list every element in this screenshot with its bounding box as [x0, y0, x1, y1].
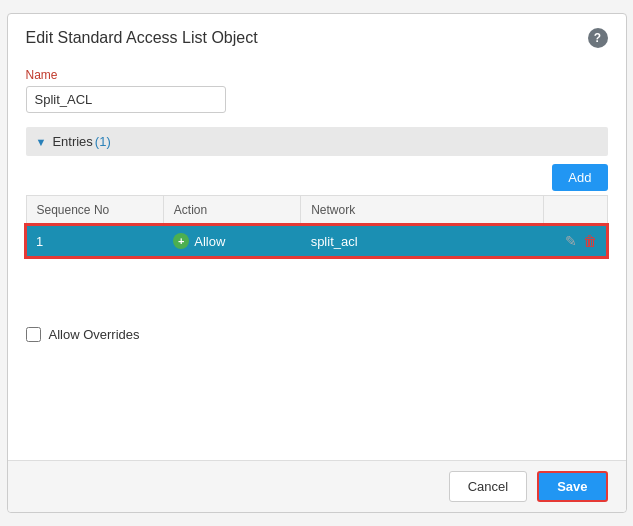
allow-overrides-label: Allow Overrides: [49, 327, 140, 342]
allow-icon-wrapper: + Allow: [173, 233, 225, 249]
col-header-action: Action: [163, 196, 300, 225]
delete-icon[interactable]: 🗑: [583, 233, 597, 249]
cell-action: + Allow: [163, 225, 300, 258]
entries-count: (1): [95, 134, 111, 149]
dialog-header: Edit Standard Access List Object ?: [8, 14, 626, 58]
cell-network: split_acl: [301, 225, 544, 258]
name-input[interactable]: [26, 86, 226, 113]
dialog-title: Edit Standard Access List Object: [26, 29, 258, 47]
action-label: Allow: [194, 234, 225, 249]
table-row[interactable]: 1 + Allow split_acl ✎ 🗑: [26, 225, 607, 258]
table-toolbar: Add: [26, 156, 608, 195]
allow-overrides-section: Allow Overrides: [26, 317, 608, 352]
entries-table: Sequence No Action Network 1 + Allow: [26, 195, 608, 257]
col-header-seq: Sequence No: [26, 196, 163, 225]
edit-icon[interactable]: ✎: [565, 233, 577, 249]
entries-section: ▼ Entries (1) Add Sequence No Action Net…: [26, 127, 608, 257]
dialog-footer: Cancel Save: [8, 460, 626, 512]
cell-seq: 1: [26, 225, 163, 258]
cancel-button[interactable]: Cancel: [449, 471, 527, 502]
add-button[interactable]: Add: [552, 164, 607, 191]
row-actions: ✎ 🗑: [554, 233, 597, 249]
table-header-row: Sequence No Action Network: [26, 196, 607, 225]
edit-dialog: Edit Standard Access List Object ? Name …: [7, 13, 627, 513]
name-label: Name: [26, 68, 608, 82]
entries-label: Entries: [52, 134, 92, 149]
allow-circle-icon: +: [173, 233, 189, 249]
entries-header: ▼ Entries (1): [26, 127, 608, 156]
help-icon[interactable]: ?: [588, 28, 608, 48]
expand-arrow-icon: ▼: [36, 136, 47, 148]
col-header-ops: [544, 196, 607, 225]
allow-overrides-checkbox[interactable]: [26, 327, 41, 342]
col-header-network: Network: [301, 196, 544, 225]
cell-ops: ✎ 🗑: [544, 225, 607, 258]
save-button[interactable]: Save: [537, 471, 607, 502]
dialog-body: Name ▼ Entries (1) Add Sequence No Actio…: [8, 58, 626, 362]
